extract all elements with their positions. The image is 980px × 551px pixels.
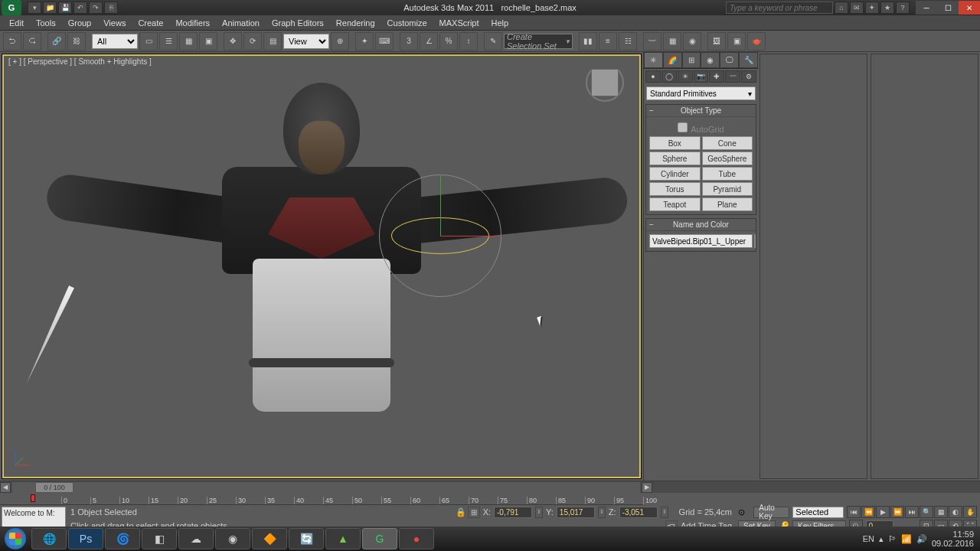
link-icon[interactable]: 🔗 xyxy=(47,32,66,51)
qat-link-icon[interactable]: ⎘ xyxy=(104,2,118,14)
isolate-toggle-icon[interactable]: ⊙ xyxy=(738,507,750,517)
qat-undo-icon[interactable]: ↶ xyxy=(74,2,87,14)
primitive-cylinder-button[interactable]: Cylinder xyxy=(649,167,701,181)
primitive-sphere-button[interactable]: Sphere xyxy=(649,152,701,165)
menu-customize[interactable]: Customize xyxy=(381,17,433,29)
object-name-input[interactable] xyxy=(649,234,753,248)
undo-icon[interactable]: ⮌ xyxy=(3,32,21,51)
coord-z-input[interactable] xyxy=(619,507,658,518)
tray-clock[interactable]: 11:5909.02.2016 xyxy=(932,530,974,548)
key-mode-dropdown[interactable]: Selected xyxy=(792,507,844,518)
select-rotate-icon[interactable]: ⟳ xyxy=(243,32,262,51)
app-icon[interactable]: G xyxy=(2,0,21,15)
close-button[interactable]: ✕ xyxy=(959,1,980,15)
goto-start-icon[interactable]: ⏮ xyxy=(847,506,861,518)
edit-named-sel-icon[interactable]: ✎ xyxy=(484,32,502,51)
time-slider-track[interactable]: 0 / 100 xyxy=(12,482,640,493)
auto-key-button[interactable]: Auto Key xyxy=(753,507,789,518)
autogrid-checkbox[interactable]: AutoGrid xyxy=(649,120,753,136)
nav-fov-icon[interactable]: ◐ xyxy=(949,506,962,518)
window-crossing-icon[interactable]: ▣ xyxy=(199,32,217,51)
absolute-mode-icon[interactable]: ⊞ xyxy=(468,507,480,518)
layers-icon[interactable]: ☷ xyxy=(619,32,637,51)
rollout-header[interactable]: Name and Color xyxy=(646,219,756,231)
taskbar-record-icon[interactable]: ● xyxy=(399,528,434,549)
tray-lang[interactable]: EN xyxy=(863,534,874,543)
ref-coord-dropdown[interactable]: View xyxy=(283,34,329,49)
tab-motion-icon[interactable]: ◉ xyxy=(701,52,720,68)
tab-hierarchy-icon[interactable]: ⊞ xyxy=(682,52,701,68)
render-icon[interactable]: 🫖 xyxy=(747,32,766,51)
next-frame-icon[interactable]: ⏩ xyxy=(890,506,904,518)
schematic-icon[interactable]: ▦ xyxy=(663,32,681,51)
tray-flag-icon[interactable]: 🏳 xyxy=(888,534,897,543)
taskbar-app3-icon[interactable]: 🔶 xyxy=(252,528,287,549)
help-search-input[interactable] xyxy=(726,2,833,14)
taskbar-app5-icon[interactable]: ▲ xyxy=(325,528,361,549)
taskbar-3dsmax-icon[interactable]: G xyxy=(362,528,397,549)
menu-edit[interactable]: Edit xyxy=(3,17,30,29)
qat-open-icon[interactable]: 📁 xyxy=(43,2,57,14)
tray-arrow-icon[interactable]: ▴ xyxy=(879,534,884,544)
coord-y-input[interactable] xyxy=(557,507,595,518)
start-button[interactable] xyxy=(0,527,31,551)
subtab-geometry-icon[interactable]: ● xyxy=(645,70,661,83)
menu-modifiers[interactable]: Modifiers xyxy=(169,17,216,29)
coord-x-spinner[interactable]: ⇕ xyxy=(535,507,543,518)
align-icon[interactable]: ≡ xyxy=(599,32,617,51)
primitive-tube-button[interactable]: Tube xyxy=(702,167,753,181)
manipulate-icon[interactable]: ✦ xyxy=(355,32,374,51)
menu-animation[interactable]: Animation xyxy=(216,17,266,29)
tab-utilities-icon[interactable]: 🔧 xyxy=(739,52,758,68)
material-editor-icon[interactable]: ◉ xyxy=(683,32,701,51)
keyframe-marker[interactable] xyxy=(31,494,35,502)
tray-network-icon[interactable]: 📶 xyxy=(901,534,912,544)
pivot-center-icon[interactable]: ⊕ xyxy=(331,32,349,51)
taskbar-app4-icon[interactable]: 🔄 xyxy=(289,528,324,549)
mirror-icon[interactable]: ▮▮ xyxy=(579,32,597,51)
viewcube[interactable] xyxy=(586,64,624,102)
angle-snap-icon[interactable]: ∠ xyxy=(420,32,438,51)
primitive-plane-button[interactable]: Plane xyxy=(702,197,753,211)
dock-panel-1[interactable] xyxy=(760,54,867,479)
render-setup-icon[interactable]: 🖼 xyxy=(707,32,726,51)
dock-panel-2[interactable] xyxy=(871,54,978,479)
primitive-cone-button[interactable]: Cone xyxy=(702,136,753,150)
selection-filter-dropdown[interactable]: All xyxy=(92,34,138,49)
redo-icon[interactable]: ⮎ xyxy=(23,32,41,51)
subtab-spacewarps-icon[interactable]: 〰 xyxy=(725,70,740,83)
object-color-swatch[interactable] xyxy=(754,234,756,248)
subscription-icon[interactable]: ✦ xyxy=(865,2,879,14)
primitive-geosphere-button[interactable]: GeoSphere xyxy=(702,152,753,165)
primitive-torus-button[interactable]: Torus xyxy=(649,182,701,196)
time-slider-next-icon[interactable]: ▶ xyxy=(642,482,652,493)
qat-save-icon[interactable]: 💾 xyxy=(58,2,72,14)
subtab-systems-icon[interactable]: ⚙ xyxy=(741,70,756,83)
coord-z-spinner[interactable]: ⇕ xyxy=(661,507,668,518)
tab-create-icon[interactable]: ✳ xyxy=(644,52,663,68)
menu-group[interactable]: Group xyxy=(62,17,98,29)
nav-pan-icon[interactable]: ✋ xyxy=(963,506,977,518)
render-frame-icon[interactable]: ▣ xyxy=(727,32,746,51)
menu-grapheditors[interactable]: Graph Editors xyxy=(266,17,330,29)
subtab-cameras-icon[interactable]: 📷 xyxy=(694,70,709,83)
keyboard-shortcut-icon[interactable]: ⌨ xyxy=(375,32,394,51)
coord-x-input[interactable] xyxy=(494,507,532,518)
taskbar-blender-icon[interactable]: 🌀 xyxy=(105,528,140,549)
taskbar-photoshop-icon[interactable]: Ps xyxy=(68,528,103,549)
qat-redo-icon[interactable]: ↷ xyxy=(89,2,103,14)
viewport-perspective[interactable]: [ + ] [ Perspective ] [ Smooth + Highlig… xyxy=(2,54,641,478)
goto-end-icon[interactable]: ⏭ xyxy=(905,506,919,518)
nav-zoom-icon[interactable]: 🔍 xyxy=(920,506,933,518)
menu-rendering[interactable]: Rendering xyxy=(330,17,381,29)
primitive-teapot-button[interactable]: Teapot xyxy=(649,197,701,211)
tab-modify-icon[interactable]: 🌈 xyxy=(663,52,682,68)
time-slider-handle[interactable]: 0 / 100 xyxy=(35,482,74,493)
viewport-label[interactable]: [ + ] [ Perspective ] [ Smooth + Highlig… xyxy=(8,57,152,66)
nav-zoomall-icon[interactable]: ▦ xyxy=(934,506,948,518)
time-ruler[interactable]: 0510152025303540455055606570758085909510… xyxy=(0,493,643,505)
named-selection-dropdown[interactable]: Create Selection Set ▾ xyxy=(504,34,573,49)
taskbar-app1-icon[interactable]: ◧ xyxy=(142,528,177,549)
help-icon[interactable]: ? xyxy=(896,2,910,14)
primitive-category-dropdown[interactable]: Standard Primitives xyxy=(646,86,756,100)
